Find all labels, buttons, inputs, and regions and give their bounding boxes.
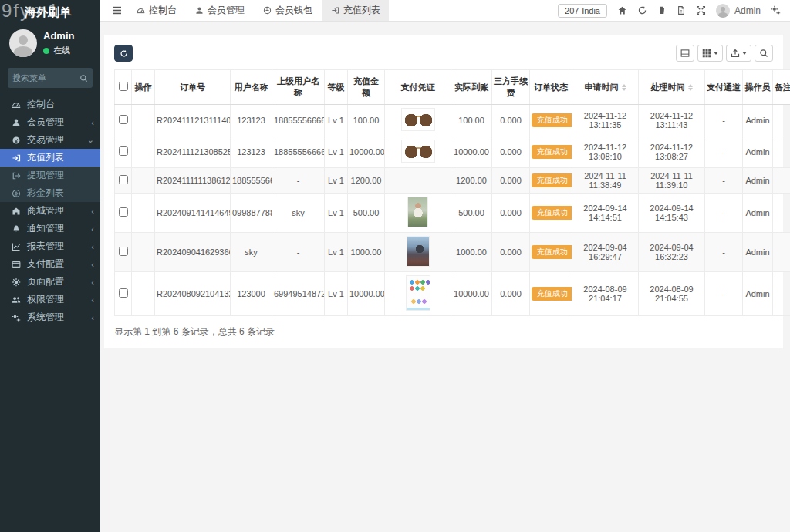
row-checkbox[interactable] <box>119 115 128 124</box>
chevron-left-icon: ‹ <box>91 278 94 287</box>
search-input[interactable] <box>12 73 79 82</box>
payment-voucher-image[interactable] <box>406 275 430 311</box>
cell-channel: - <box>705 194 743 233</box>
search-icon[interactable] <box>79 74 88 82</box>
col-process-time[interactable]: 处理时间 <box>639 70 705 105</box>
trash-icon[interactable] <box>657 5 667 15</box>
sidebar-item-reports[interactable]: 报表管理 ‹ <box>0 237 100 255</box>
refresh-icon[interactable] <box>637 5 647 15</box>
sidebar-item-permissions[interactable]: 权限管理 ‹ <box>0 291 100 308</box>
user-icon <box>195 6 204 15</box>
sidebar-item-label: 支付配置 <box>27 258 64 271</box>
sidebar-item-page-config[interactable]: 页面配置 ‹ <box>0 273 100 291</box>
payment-voucher-image[interactable] <box>401 140 435 163</box>
payment-voucher-image[interactable] <box>407 236 430 267</box>
sidebar-item-mall[interactable]: 商城管理 ‹ <box>0 202 100 220</box>
clear-cache-icon[interactable] <box>677 5 686 15</box>
recharge-table: 操作 订单号 用户名称 上级用户名称 等级 充值金额 支付凭证 实际到账 三方手… <box>114 69 790 316</box>
cell-user: sky <box>231 233 272 272</box>
table-row: R2024111111386123 18855556666 - Lv 1 120… <box>115 168 790 194</box>
row-checkbox[interactable] <box>119 146 128 156</box>
tab-dashboard[interactable]: 控制台 <box>128 0 185 21</box>
cell-fee: 0.000 <box>492 168 530 194</box>
row-checkbox[interactable] <box>119 288 128 298</box>
cell-level: Lv 1 <box>325 136 348 168</box>
sign-in-icon <box>331 6 339 15</box>
row-checkbox[interactable] <box>119 247 128 256</box>
sidebar-item-dashboard[interactable]: 控制台 <box>0 96 100 113</box>
cell-fee: 0.000 <box>492 105 530 136</box>
cell-fee: 0.000 <box>492 233 530 272</box>
row-checkbox[interactable] <box>119 207 128 217</box>
cell-remark <box>773 168 790 194</box>
cell-operator: Admin <box>743 194 773 233</box>
sidebar-item-notifications[interactable]: 通知管理 ‹ <box>0 220 100 237</box>
select-all-checkbox[interactable] <box>119 82 128 91</box>
table-refresh-button[interactable] <box>114 45 133 62</box>
bell-icon <box>11 224 21 234</box>
sidebar-item-transactions[interactable]: 交易管理 ⌄ <box>0 131 100 149</box>
user-name: Admin <box>43 30 74 42</box>
cell-channel: - <box>705 168 743 194</box>
recharge-list-panel: 操作 订单号 用户名称 上级用户名称 等级 充值金额 支付凭证 实际到账 三方手… <box>104 35 783 348</box>
sidebar-item-withdraw[interactable]: 提现管理 <box>0 167 100 184</box>
payment-voucher-image[interactable] <box>407 197 428 227</box>
fullscreen-icon[interactable] <box>696 5 706 15</box>
cell-actual: 1000.00 <box>451 233 492 272</box>
sidebar-item-label: 充值列表 <box>27 151 64 164</box>
caret-down-icon <box>742 52 747 55</box>
cell-level: Lv 1 <box>325 272 348 316</box>
tab-recharge-list[interactable]: 充值列表 <box>322 0 389 21</box>
cell-parent: sky <box>272 194 325 233</box>
export-button[interactable] <box>726 45 751 62</box>
col-remark: 备注 <box>773 70 790 105</box>
tab-member-wallet[interactable]: 会员钱包 <box>255 0 321 21</box>
home-icon[interactable] <box>617 5 627 15</box>
tab-members[interactable]: 会员管理 <box>187 0 253 21</box>
sidebar-item-label: 提现管理 <box>27 169 64 182</box>
sidebar-item-recharge-list[interactable]: 充值列表 <box>0 149 100 167</box>
chart-icon <box>11 242 21 251</box>
sort-icon[interactable] <box>622 84 626 91</box>
avatar <box>716 4 730 18</box>
payment-voucher-image[interactable] <box>401 108 435 131</box>
hamburger-menu-icon[interactable] <box>106 0 127 21</box>
cell-apply-time: 2024-08-09 21:04:17 <box>572 272 639 316</box>
online-dot-icon <box>43 48 49 54</box>
chevron-left-icon: ‹ <box>91 242 94 251</box>
cogs-icon <box>11 313 21 322</box>
coin-icon <box>11 136 21 145</box>
sidebar-item-members[interactable]: 会员管理 ‹ <box>0 113 100 131</box>
credit-card-icon <box>11 260 21 269</box>
settings-cogs-icon[interactable] <box>771 5 781 15</box>
user-menu[interactable]: Admin <box>716 4 761 18</box>
table-row: R2024111213085256 123123 18855556666 Lv … <box>115 136 790 168</box>
columns-button[interactable] <box>697 45 723 62</box>
status-badge: 充值成功 <box>532 206 572 220</box>
cell-actual: 100.00 <box>451 105 492 136</box>
table-search-button[interactable] <box>755 45 773 62</box>
col-apply-time[interactable]: 申请时间 <box>572 70 639 105</box>
cell-actual: 500.00 <box>451 194 492 233</box>
sidebar-item-system[interactable]: 系统管理 ‹ <box>0 308 100 326</box>
toggle-view-button[interactable] <box>676 45 694 62</box>
cell-user: 123000 <box>231 272 272 316</box>
cell-amount: 1200.00 <box>348 168 385 194</box>
col-level: 等级 <box>325 70 348 105</box>
row-checkbox[interactable] <box>119 175 128 184</box>
sidebar-item-label: 交易管理 <box>27 133 64 146</box>
sidebar-item-label: 系统管理 <box>27 311 64 324</box>
status-badge: 充值成功 <box>532 245 572 259</box>
select-all-header <box>115 70 132 105</box>
cell-order-no: R2024111213111401 <box>155 105 231 136</box>
cell-order-no: R2024111213085256 <box>155 136 231 168</box>
cell-parent: 69949514872 <box>272 272 325 316</box>
cell-level: Lv 1 <box>325 105 348 136</box>
tab-label: 会员管理 <box>208 4 245 17</box>
sort-icon[interactable] <box>688 84 693 91</box>
sidebar-item-bonus-list[interactable]: 彩金列表 <box>0 184 100 202</box>
cell-op <box>132 194 155 233</box>
sidebar-item-payment-config[interactable]: 支付配置 ‹ <box>0 255 100 273</box>
cell-operator: Admin <box>743 168 773 194</box>
region-button[interactable]: 207-India <box>558 4 607 18</box>
